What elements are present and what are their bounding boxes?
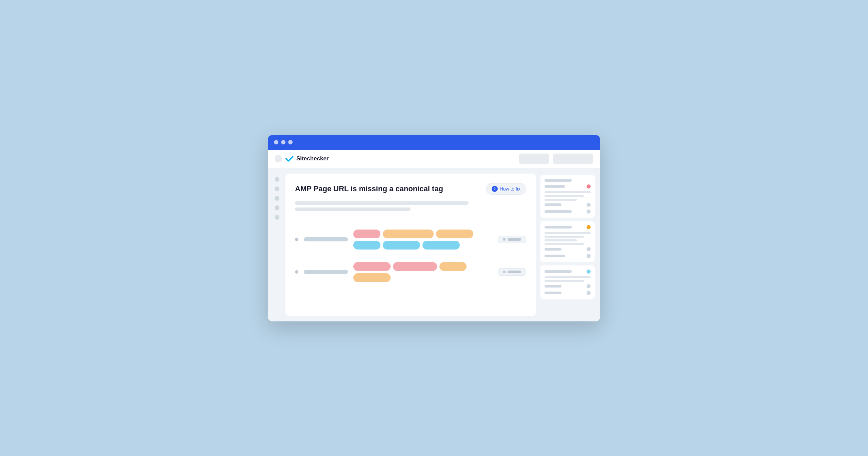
sb-item-1-1 xyxy=(545,179,591,182)
tag-pink-3 xyxy=(393,262,437,271)
right-sidebar xyxy=(540,174,595,316)
sb-sub-lines-1 xyxy=(545,191,591,201)
tag-orange-2 xyxy=(436,230,473,238)
sb-dot-orange xyxy=(587,225,591,229)
issue-header: AMP Page URL is missing a canonical tag … xyxy=(295,183,526,195)
sb-line-1-4 xyxy=(545,210,572,213)
sb-line-3-1 xyxy=(545,270,572,273)
sb-item-2-2 xyxy=(545,247,591,251)
browser-titlebar xyxy=(268,135,600,150)
main-panel: AMP Page URL is missing a canonical tag … xyxy=(285,174,536,316)
sb-sub-line-1-2 xyxy=(545,195,584,197)
nav-dot-3 xyxy=(275,196,279,201)
tag-blue-2 xyxy=(383,241,420,250)
row-action-button-1[interactable] xyxy=(498,236,526,243)
help-icon: ? xyxy=(492,186,498,192)
sb-dot-gray-5 xyxy=(587,284,591,288)
sidebar-group-2 xyxy=(540,221,595,262)
toolbar-button-2[interactable] xyxy=(553,154,593,164)
toolbar-buttons xyxy=(519,154,593,164)
tag-orange-4 xyxy=(353,273,391,282)
row-label-2 xyxy=(304,270,348,274)
traffic-light-maximize[interactable] xyxy=(288,140,293,144)
sb-dot-gray-2 xyxy=(587,210,591,214)
how-to-fix-label: How to fix xyxy=(500,186,520,192)
issue-title: AMP Page URL is missing a canonical tag xyxy=(295,184,443,193)
desc-line-1 xyxy=(295,201,469,205)
sitechecker-logo-icon xyxy=(285,155,294,162)
tag-blue-1 xyxy=(353,241,380,250)
sb-line-2-3 xyxy=(545,255,565,257)
row-label-1 xyxy=(304,237,348,241)
how-to-fix-button[interactable]: ? How to fix xyxy=(486,183,526,195)
sb-line-3-3 xyxy=(545,292,561,294)
tags-area-1 xyxy=(353,230,492,250)
nav-dot-1 xyxy=(275,177,279,182)
tag-orange-3 xyxy=(439,262,467,271)
browser-toolbar: Sitechecker xyxy=(268,150,600,168)
sb-item-3-1 xyxy=(545,270,591,274)
sb-line-2-1 xyxy=(545,226,572,229)
sb-dot-gray-4 xyxy=(587,254,591,258)
issue-row-1 xyxy=(295,223,526,256)
sb-line-1-2 xyxy=(545,185,565,188)
sb-sub-line-2-4 xyxy=(545,243,584,245)
sb-item-1-2 xyxy=(545,184,591,189)
browser-content: AMP Page URL is missing a canonical tag … xyxy=(268,168,600,321)
logo-text: Sitechecker xyxy=(296,155,329,162)
tag-pink-1 xyxy=(353,230,380,238)
divider-1 xyxy=(295,218,526,218)
sb-sub-lines-3 xyxy=(545,276,591,282)
action-btn-line-2 xyxy=(508,271,521,273)
browser-window: Sitechecker AMP Page URL is missing a ca… xyxy=(268,135,600,321)
desc-line-2 xyxy=(295,207,411,211)
sb-line-1-3 xyxy=(545,203,561,206)
sb-dot-blue xyxy=(587,270,591,274)
issue-row-2 xyxy=(295,256,526,288)
sb-item-2-3 xyxy=(545,254,591,258)
sb-dot-gray-3 xyxy=(587,247,591,251)
action-btn-dot-1 xyxy=(503,238,506,241)
sb-sub-line-3-2 xyxy=(545,280,584,282)
traffic-light-minimize[interactable] xyxy=(281,140,285,144)
action-btn-dot-2 xyxy=(503,271,506,273)
sb-item-1-3 xyxy=(545,203,591,207)
description-lines xyxy=(295,201,526,211)
sb-sub-line-1-3 xyxy=(545,199,577,201)
sb-sub-line-2-2 xyxy=(545,236,584,238)
sb-item-2-1 xyxy=(545,225,591,229)
sb-sub-line-2-1 xyxy=(545,232,591,234)
sb-sub-lines-2 xyxy=(545,232,591,245)
sb-dot-gray-6 xyxy=(587,291,591,295)
row-dot-2 xyxy=(295,270,298,274)
sb-item-1-4 xyxy=(545,210,591,214)
nav-dot-2 xyxy=(275,186,279,191)
nav-dot-5 xyxy=(275,215,279,220)
tag-orange-1 xyxy=(383,230,434,238)
sb-line-2-2 xyxy=(545,248,561,251)
sb-sub-line-2-3 xyxy=(545,239,577,241)
sb-dot-gray-1 xyxy=(587,203,591,207)
logo-area: Sitechecker xyxy=(275,155,515,162)
sb-sub-line-3-1 xyxy=(545,276,591,278)
row-dot-1 xyxy=(295,238,298,241)
sidebar-nav xyxy=(273,174,281,316)
traffic-light-close[interactable] xyxy=(274,140,278,144)
row-action-button-2[interactable] xyxy=(498,268,526,276)
sidebar-group-1 xyxy=(540,175,595,218)
tag-pink-2 xyxy=(353,262,391,271)
logo-circle xyxy=(275,155,282,162)
sb-item-3-3 xyxy=(545,291,591,295)
sb-sub-line-1-1 xyxy=(545,191,591,193)
tags-area-2 xyxy=(353,262,492,282)
sb-line-3-2 xyxy=(545,285,561,288)
nav-dot-4 xyxy=(275,205,279,210)
toolbar-button-1[interactable] xyxy=(519,154,549,164)
sidebar-group-3 xyxy=(540,265,595,299)
sb-item-3-2 xyxy=(545,284,591,288)
tag-blue-3 xyxy=(422,241,460,250)
sb-line-1-1 xyxy=(545,179,572,182)
action-btn-line-1 xyxy=(508,238,521,241)
sb-dot-red xyxy=(587,184,591,189)
